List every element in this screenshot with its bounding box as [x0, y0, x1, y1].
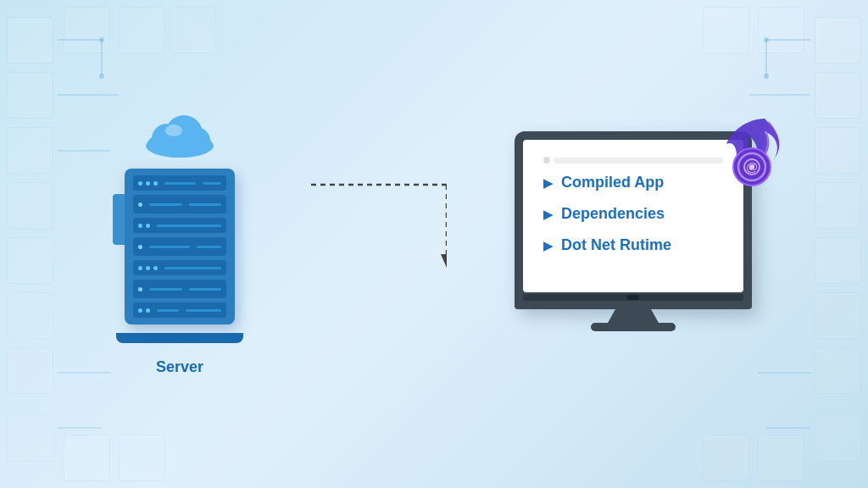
monitor-section: @ ▶ Compiled App ▶ Depen: [515, 131, 752, 331]
svg-marker-23: [441, 254, 447, 268]
connection-arrow: [311, 134, 447, 303]
server-section: Server: [116, 112, 243, 376]
server-rack: [125, 169, 235, 324]
list-item: ▶ Compiled App: [543, 174, 723, 191]
list-arrow-1: ▶: [543, 176, 553, 190]
main-content: Server @: [0, 0, 868, 488]
svg-point-20: [165, 125, 182, 136]
monitor-list: ▶ Compiled App ▶ Dependencies ▶ Dot Net …: [543, 174, 723, 254]
monitor-chin: [523, 294, 743, 301]
list-item-dotnet: Dot Net Rutime: [561, 236, 671, 254]
monitor-base: [591, 323, 676, 331]
monitor-power-dot: [627, 295, 639, 300]
cloud-icon: [142, 112, 218, 158]
svg-point-19: [146, 134, 214, 158]
monitor-stand: [608, 309, 659, 323]
server-label: Server: [156, 358, 203, 376]
list-item: ▶ Dependencies: [543, 205, 723, 223]
list-item: ▶ Dot Net Rutime: [543, 236, 723, 254]
list-arrow-3: ▶: [543, 239, 553, 252]
list-arrow-2: ▶: [543, 208, 553, 221]
tauri-icon: @: [709, 114, 794, 199]
server-base: [116, 333, 243, 343]
list-item-dependencies: Dependencies: [561, 205, 665, 223]
list-item-compiled-app: Compiled App: [561, 174, 664, 191]
arrow-svg: [311, 134, 447, 303]
svg-text:@: @: [746, 160, 758, 174]
